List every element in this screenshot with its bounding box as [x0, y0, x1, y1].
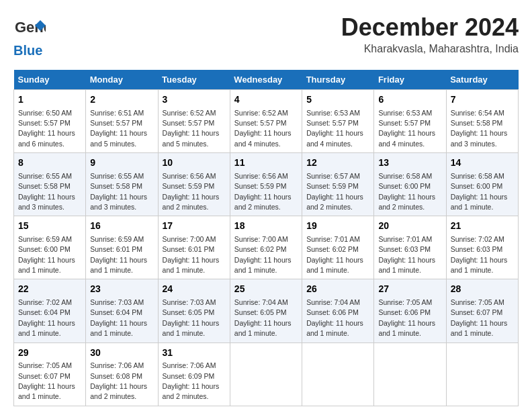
calendar-cell — [230, 342, 302, 406]
calendar-week-row: 1Sunrise: 6:50 AMSunset: 5:57 PMDaylight… — [14, 90, 519, 153]
day-info: Sunrise: 6:55 AMSunset: 5:58 PMDaylight:… — [18, 172, 75, 211]
day-info: Sunrise: 7:04 AMSunset: 6:05 PMDaylight:… — [234, 298, 292, 337]
day-number: 2 — [90, 93, 153, 107]
logo-blue-text: Blue — [13, 43, 54, 59]
calendar-cell: 15Sunrise: 6:59 AMSunset: 6:00 PMDayligh… — [14, 216, 86, 279]
calendar-cell: 22Sunrise: 7:02 AMSunset: 6:04 PMDayligh… — [14, 279, 86, 342]
calendar-table: SundayMondayTuesdayWednesdayThursdayFrid… — [13, 70, 519, 406]
day-info: Sunrise: 7:01 AMSunset: 6:02 PMDaylight:… — [306, 235, 363, 274]
day-number: 10 — [163, 156, 226, 170]
calendar-cell: 21Sunrise: 7:02 AMSunset: 6:03 PMDayligh… — [446, 216, 518, 279]
day-number: 17 — [163, 220, 226, 233]
day-info: Sunrise: 6:57 AMSunset: 5:59 PMDaylight:… — [306, 172, 363, 211]
calendar-cell: 27Sunrise: 7:05 AMSunset: 6:06 PMDayligh… — [374, 279, 446, 342]
day-number: 14 — [451, 156, 514, 170]
day-number: 9 — [90, 156, 153, 170]
day-number: 4 — [234, 93, 298, 107]
day-number: 16 — [90, 220, 153, 233]
day-info: Sunrise: 7:05 AMSunset: 6:07 PMDaylight:… — [18, 361, 75, 400]
calendar-cell: 29Sunrise: 7:05 AMSunset: 6:07 PMDayligh… — [14, 342, 86, 406]
day-number: 29 — [18, 347, 81, 360]
day-number: 26 — [306, 283, 369, 296]
calendar-cell: 2Sunrise: 6:51 AMSunset: 5:57 PMDaylight… — [86, 90, 158, 153]
day-of-week-header: Saturday — [446, 70, 518, 90]
day-number: 3 — [163, 93, 226, 107]
calendar-cell: 19Sunrise: 7:01 AMSunset: 6:02 PMDayligh… — [302, 216, 374, 279]
day-info: Sunrise: 6:54 AMSunset: 5:58 PMDaylight:… — [451, 109, 508, 148]
calendar-cell — [302, 342, 374, 406]
calendar-cell: 28Sunrise: 7:05 AMSunset: 6:07 PMDayligh… — [446, 279, 518, 342]
calendar-cell — [446, 342, 518, 406]
day-info: Sunrise: 6:53 AMSunset: 5:57 PMDaylight:… — [306, 109, 363, 148]
day-info: Sunrise: 6:59 AMSunset: 6:00 PMDaylight:… — [18, 235, 75, 274]
calendar-cell: 13Sunrise: 6:58 AMSunset: 6:00 PMDayligh… — [374, 153, 446, 216]
day-number: 5 — [306, 93, 369, 107]
day-number: 8 — [18, 156, 81, 170]
day-info: Sunrise: 7:06 AMSunset: 6:08 PMDaylight:… — [90, 361, 147, 400]
day-info: Sunrise: 7:02 AMSunset: 6:03 PMDaylight:… — [451, 235, 508, 274]
day-number: 24 — [163, 283, 226, 296]
calendar-week-row: 15Sunrise: 6:59 AMSunset: 6:00 PMDayligh… — [14, 216, 519, 279]
day-of-week-header: Sunday — [14, 70, 86, 90]
page-header: General Blue December 2024 Kharakvasla, … — [13, 13, 519, 59]
calendar-cell: 7Sunrise: 6:54 AMSunset: 5:58 PMDaylight… — [446, 90, 518, 153]
calendar-body: 1Sunrise: 6:50 AMSunset: 5:57 PMDaylight… — [14, 90, 519, 406]
day-number: 19 — [306, 220, 369, 233]
logo: General Blue — [13, 13, 54, 59]
day-info: Sunrise: 7:04 AMSunset: 6:06 PMDaylight:… — [306, 298, 363, 337]
day-number: 11 — [234, 156, 298, 170]
day-of-week-header: Monday — [86, 70, 158, 90]
day-number: 20 — [378, 220, 441, 233]
day-number: 30 — [90, 347, 153, 360]
calendar-cell: 25Sunrise: 7:04 AMSunset: 6:05 PMDayligh… — [230, 279, 302, 342]
day-number: 27 — [378, 283, 441, 296]
day-info: Sunrise: 7:00 AMSunset: 6:02 PMDaylight:… — [234, 235, 292, 274]
day-info: Sunrise: 6:52 AMSunset: 5:57 PMDaylight:… — [163, 109, 220, 148]
day-number: 31 — [163, 347, 226, 360]
calendar-cell: 9Sunrise: 6:55 AMSunset: 5:58 PMDaylight… — [86, 153, 158, 216]
calendar-week-row: 29Sunrise: 7:05 AMSunset: 6:07 PMDayligh… — [14, 342, 519, 406]
day-number: 7 — [451, 93, 514, 107]
calendar-cell: 26Sunrise: 7:04 AMSunset: 6:06 PMDayligh… — [302, 279, 374, 342]
day-of-week-header: Friday — [374, 70, 446, 90]
calendar-cell: 5Sunrise: 6:53 AMSunset: 5:57 PMDaylight… — [302, 90, 374, 153]
calendar-cell — [374, 342, 446, 406]
calendar-cell: 4Sunrise: 6:52 AMSunset: 5:57 PMDaylight… — [230, 90, 302, 153]
day-number: 18 — [234, 220, 298, 233]
day-number: 13 — [378, 156, 441, 170]
day-info: Sunrise: 6:50 AMSunset: 5:57 PMDaylight:… — [18, 109, 75, 148]
day-info: Sunrise: 6:58 AMSunset: 6:00 PMDaylight:… — [378, 172, 435, 211]
day-of-week-header: Tuesday — [158, 70, 230, 90]
day-number: 23 — [90, 283, 153, 296]
title-section: December 2024 Kharakvasla, Maharashtra, … — [341, 13, 519, 55]
day-info: Sunrise: 6:58 AMSunset: 6:00 PMDaylight:… — [451, 172, 508, 211]
day-info: Sunrise: 7:00 AMSunset: 6:01 PMDaylight:… — [163, 235, 220, 274]
logo-icon: General — [13, 13, 46, 46]
day-info: Sunrise: 7:06 AMSunset: 6:09 PMDaylight:… — [163, 361, 220, 400]
calendar-cell: 16Sunrise: 6:59 AMSunset: 6:01 PMDayligh… — [86, 216, 158, 279]
day-number: 12 — [306, 156, 369, 170]
calendar-cell: 8Sunrise: 6:55 AMSunset: 5:58 PMDaylight… — [14, 153, 86, 216]
day-number: 22 — [18, 283, 81, 296]
calendar-cell: 31Sunrise: 7:06 AMSunset: 6:09 PMDayligh… — [158, 342, 230, 406]
day-info: Sunrise: 7:05 AMSunset: 6:07 PMDaylight:… — [451, 298, 508, 337]
calendar-cell: 6Sunrise: 6:53 AMSunset: 5:57 PMDaylight… — [374, 90, 446, 153]
day-number: 6 — [378, 93, 441, 107]
calendar-cell: 1Sunrise: 6:50 AMSunset: 5:57 PMDaylight… — [14, 90, 86, 153]
day-info: Sunrise: 6:59 AMSunset: 6:01 PMDaylight:… — [90, 235, 147, 274]
calendar-cell: 14Sunrise: 6:58 AMSunset: 6:00 PMDayligh… — [446, 153, 518, 216]
day-number: 1 — [18, 93, 81, 107]
location: Kharakvasla, Maharashtra, India — [341, 43, 519, 55]
day-info: Sunrise: 6:56 AMSunset: 5:59 PMDaylight:… — [163, 172, 220, 211]
calendar-cell: 23Sunrise: 7:03 AMSunset: 6:04 PMDayligh… — [86, 279, 158, 342]
calendar-header-row: SundayMondayTuesdayWednesdayThursdayFrid… — [14, 70, 519, 90]
day-of-week-header: Wednesday — [230, 70, 302, 90]
month-title: December 2024 — [341, 13, 519, 42]
day-number: 25 — [234, 283, 298, 296]
calendar-cell: 10Sunrise: 6:56 AMSunset: 5:59 PMDayligh… — [158, 153, 230, 216]
day-number: 28 — [451, 283, 514, 296]
day-info: Sunrise: 6:55 AMSunset: 5:58 PMDaylight:… — [90, 172, 147, 211]
calendar-cell: 11Sunrise: 6:56 AMSunset: 5:59 PMDayligh… — [230, 153, 302, 216]
day-of-week-header: Thursday — [302, 70, 374, 90]
calendar-cell: 17Sunrise: 7:00 AMSunset: 6:01 PMDayligh… — [158, 216, 230, 279]
